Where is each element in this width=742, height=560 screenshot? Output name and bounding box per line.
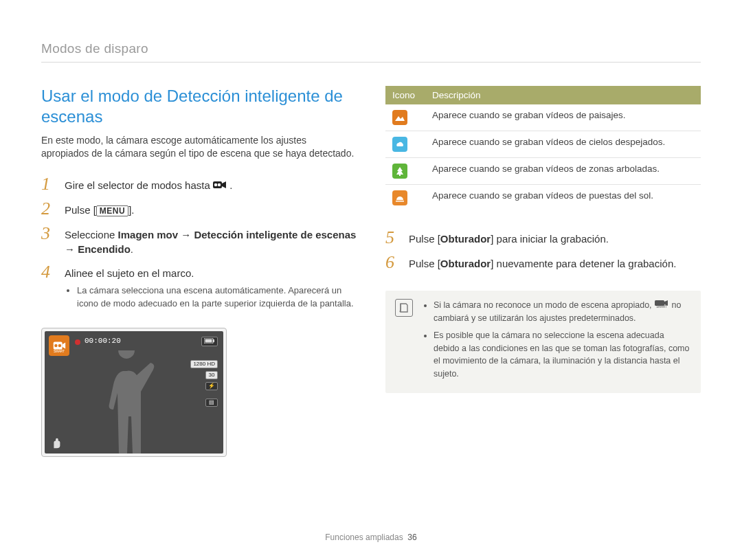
record-dot-icon [75, 339, 80, 345]
table-header-desc: Descripción [425, 86, 701, 104]
battery-icon [201, 337, 218, 346]
step-6: 6 Pulse [Obturador] nuevamente para dete… [385, 254, 701, 271]
step-text: ]. [128, 204, 134, 216]
step-text: ] para iniciar la grabación. [491, 233, 609, 245]
lcd-screen: SMART 00:00:20 1280 HD 30 ⚡ ▤ [45, 331, 223, 453]
footer-label: Funciones ampliadas [325, 533, 403, 542]
step-body: Pulse [MENU]. [65, 200, 135, 217]
step-5: 5 Pulse [Obturador] para iniciar la grab… [385, 229, 701, 247]
table-row: Aparece cuando se graban vídeos de paisa… [385, 104, 701, 131]
step-number: 4 [41, 263, 60, 281]
landscape-icon [392, 110, 407, 125]
lcd-right-indicators: 1280 HD 30 ⚡ ▤ [190, 360, 218, 407]
svg-point-5 [58, 344, 61, 346]
step-number: 3 [41, 225, 60, 243]
scene-icon-table: Icono Descripción Aparece cuando se grab… [385, 86, 701, 211]
step-number: 5 [385, 229, 405, 247]
note-item: Es posible que la cámara no seleccione l… [434, 329, 691, 381]
lcd-preview-frame: SMART 00:00:20 1280 HD 30 ⚡ ▤ [41, 328, 227, 457]
divider [41, 62, 701, 63]
step-text: Pulse [ [65, 204, 96, 216]
steps-left: 1 Gire el selector de modos hasta . 2 Pu… [41, 175, 357, 311]
step-body: Alinee el sujeto en el marco. La cámara … [65, 263, 357, 311]
step-text: ] nuevamente para detener la grabación. [491, 258, 676, 269]
flash-indicator: ⚡ [205, 382, 218, 390]
table-row: Aparece cuando se graban vídeos de zonas… [385, 158, 701, 185]
svg-text:SMART: SMART [656, 305, 667, 308]
step-text: . [229, 179, 232, 191]
table-cell: Aparece cuando se graban vídeos de zonas… [425, 158, 701, 185]
svg-text:SMART: SMART [54, 350, 65, 353]
section-header: Modos de disparo [41, 41, 701, 56]
step-body: Pulse [Obturador] para iniciar la grabac… [409, 229, 609, 246]
sky-icon [392, 137, 407, 152]
table-cell: Aparece cuando se graban vídeos de cielo… [425, 131, 701, 158]
subject-silhouette [89, 350, 171, 453]
forest-icon [392, 164, 407, 179]
substep: La cámara selecciona una escena automáti… [77, 284, 357, 309]
note-box: Si la cámara no reconoce un modo de esce… [385, 291, 701, 393]
note-icon [395, 299, 413, 317]
step-3: 3 Seleccione Imagen mov → Detección inte… [41, 225, 357, 256]
svg-point-2 [218, 183, 221, 186]
page: Modos de disparo Usar el modo de Detecci… [0, 0, 742, 560]
table-cell: Aparece cuando se graban vídeos de puest… [425, 185, 701, 212]
svg-point-1 [214, 183, 217, 186]
intro-paragraph: En este modo, la cámara escoge automátic… [41, 134, 357, 160]
step-2: 2 Pulse [MENU]. [41, 200, 357, 218]
rec-timer: 00:00:20 [85, 337, 121, 345]
steps-right: 5 Pulse [Obturador] para iniciar la grab… [385, 229, 701, 271]
smart-scene-badge: SMART [49, 335, 69, 356]
step-text: Seleccione [65, 229, 118, 240]
step-number: 6 [385, 254, 405, 271]
video-mode-icon [213, 179, 227, 193]
step-4: 4 Alinee el sujeto en el marco. La cámar… [41, 263, 357, 311]
arrow: → [178, 229, 194, 240]
step-bold: Obturador [440, 233, 491, 245]
svg-point-4 [54, 344, 57, 346]
step-bold: Encendido [78, 243, 131, 255]
step-text: Alinee el sujeto en el marco. [65, 267, 194, 279]
substeps: La cámara selecciona una escena automáti… [77, 284, 357, 309]
svg-rect-9 [205, 339, 212, 342]
step-bold: Detección inteligente de escenas [194, 229, 356, 240]
anti-shake-icon [50, 437, 63, 449]
svg-rect-8 [213, 339, 214, 342]
page-number: 36 [407, 533, 416, 542]
step-body: Gire el selector de modos hasta . [65, 175, 232, 194]
step-bold: Imagen mov [118, 229, 179, 240]
step-1: 1 Gire el selector de modos hasta . [41, 175, 357, 194]
fps-indicator: 30 [205, 371, 218, 379]
step-body: Seleccione Imagen mov → Detección inteli… [65, 225, 357, 256]
lcd-top-right [201, 337, 218, 346]
step-body: Pulse [Obturador] nuevamente para detene… [409, 254, 676, 271]
note-item: Si la cámara no reconoce un modo de esce… [434, 299, 691, 325]
step-text: Pulse [ [409, 233, 440, 245]
step-number: 1 [41, 175, 60, 193]
table-cell: Aparece cuando se graban vídeos de paisa… [425, 104, 701, 131]
step-text: Gire el selector de modos hasta [65, 179, 213, 191]
step-number: 2 [41, 200, 60, 218]
note-list: Si la cámara no reconoce un modo de esce… [434, 299, 691, 385]
resolution-indicator: 1280 HD [190, 360, 218, 368]
step-bold: Obturador [440, 258, 491, 269]
page-footer: Funciones ampliadas 36 [0, 533, 742, 542]
smart-mode-icon: SMART [654, 299, 669, 312]
svg-rect-11 [396, 201, 404, 202]
content-columns: Usar el modo de Detección inteligente de… [41, 86, 701, 457]
svg-rect-10 [399, 175, 401, 176]
right-column: Icono Descripción Aparece cuando se grab… [385, 86, 701, 457]
card-indicator: ▤ [205, 399, 218, 407]
sunset-icon [392, 190, 407, 205]
table-row: Aparece cuando se graban vídeos de puest… [385, 185, 701, 212]
table-row: Aparece cuando se graban vídeos de cielo… [385, 131, 701, 158]
step-text: Pulse [ [409, 258, 440, 269]
step-text: . [131, 243, 133, 255]
note-text: Si la cámara no reconoce un modo de esce… [434, 300, 654, 310]
menu-button-label: MENU [96, 205, 128, 216]
arrow: → [65, 243, 78, 255]
table-header-icon: Icono [385, 86, 425, 104]
left-column: Usar el modo de Detección inteligente de… [41, 86, 357, 457]
page-title: Usar el modo de Detección inteligente de… [41, 86, 357, 127]
